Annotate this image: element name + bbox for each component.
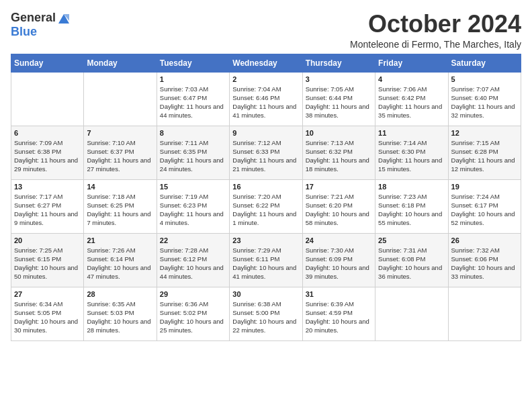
cell-day-number: 5 bbox=[451, 75, 518, 83]
calendar-cell: 5Sunrise: 7:07 AM Sunset: 6:40 PM Daylig… bbox=[448, 72, 521, 126]
cell-info: Sunrise: 7:25 AM Sunset: 6:15 PM Dayligh… bbox=[14, 246, 81, 281]
cell-info: Sunrise: 7:03 AM Sunset: 6:47 PM Dayligh… bbox=[160, 85, 226, 120]
day-header-tuesday: Tuesday bbox=[157, 54, 229, 72]
cell-info: Sunrise: 7:07 AM Sunset: 6:40 PM Dayligh… bbox=[451, 85, 518, 120]
cell-info: Sunrise: 7:09 AM Sunset: 6:38 PM Dayligh… bbox=[14, 138, 81, 174]
calendar-cell: 11Sunrise: 7:14 AM Sunset: 6:30 PM Dayli… bbox=[375, 126, 448, 179]
calendar-cell: 15Sunrise: 7:19 AM Sunset: 6:23 PM Dayli… bbox=[157, 179, 229, 233]
calendar-cell: 6Sunrise: 7:09 AM Sunset: 6:38 PM Daylig… bbox=[11, 126, 84, 179]
calendar-cell: 20Sunrise: 7:25 AM Sunset: 6:15 PM Dayli… bbox=[11, 233, 84, 287]
calendar-cell bbox=[84, 72, 157, 126]
cell-info: Sunrise: 7:04 AM Sunset: 6:46 PM Dayligh… bbox=[232, 85, 299, 120]
cell-day-number: 2 bbox=[232, 75, 299, 83]
month-title: October 2024 bbox=[350, 11, 521, 38]
day-header-thursday: Thursday bbox=[302, 54, 375, 72]
calendar-cell: 3Sunrise: 7:05 AM Sunset: 6:44 PM Daylig… bbox=[302, 72, 375, 126]
cell-day-number: 10 bbox=[306, 129, 372, 137]
cell-info: Sunrise: 6:35 AM Sunset: 5:03 PM Dayligh… bbox=[87, 300, 153, 335]
cell-info: Sunrise: 7:15 AM Sunset: 6:28 PM Dayligh… bbox=[451, 138, 518, 174]
week-row-4: 20Sunrise: 7:25 AM Sunset: 6:15 PM Dayli… bbox=[11, 233, 521, 287]
title-section: October 2024 Monteleone di Fermo, The Ma… bbox=[350, 11, 521, 50]
cell-info: Sunrise: 7:12 AM Sunset: 6:33 PM Dayligh… bbox=[232, 138, 299, 174]
cell-info: Sunrise: 7:32 AM Sunset: 6:06 PM Dayligh… bbox=[451, 246, 518, 281]
calendar-cell: 22Sunrise: 7:28 AM Sunset: 6:12 PM Dayli… bbox=[157, 233, 229, 287]
calendar-cell bbox=[11, 72, 84, 126]
cell-day-number: 24 bbox=[306, 236, 372, 244]
calendar-cell: 7Sunrise: 7:10 AM Sunset: 6:37 PM Daylig… bbox=[84, 126, 157, 179]
week-row-3: 13Sunrise: 7:17 AM Sunset: 6:27 PM Dayli… bbox=[11, 179, 521, 233]
calendar-cell: 8Sunrise: 7:11 AM Sunset: 6:35 PM Daylig… bbox=[157, 126, 229, 179]
cell-day-number: 9 bbox=[232, 129, 299, 137]
logo-general: General bbox=[11, 11, 56, 25]
cell-day-number: 7 bbox=[87, 129, 153, 137]
week-row-2: 6Sunrise: 7:09 AM Sunset: 6:38 PM Daylig… bbox=[11, 126, 521, 179]
calendar-cell: 25Sunrise: 7:31 AM Sunset: 6:08 PM Dayli… bbox=[375, 233, 448, 287]
calendar-cell: 18Sunrise: 7:23 AM Sunset: 6:18 PM Dayli… bbox=[375, 179, 448, 233]
cell-day-number: 3 bbox=[306, 75, 372, 83]
cell-info: Sunrise: 7:10 AM Sunset: 6:37 PM Dayligh… bbox=[87, 138, 153, 174]
day-header-wednesday: Wednesday bbox=[230, 54, 302, 72]
cell-info: Sunrise: 7:31 AM Sunset: 6:08 PM Dayligh… bbox=[378, 246, 445, 281]
calendar-cell: 4Sunrise: 7:06 AM Sunset: 6:42 PM Daylig… bbox=[375, 72, 448, 126]
cell-info: Sunrise: 7:29 AM Sunset: 6:11 PM Dayligh… bbox=[232, 246, 299, 281]
calendar-cell: 27Sunrise: 6:34 AM Sunset: 5:05 PM Dayli… bbox=[11, 287, 84, 340]
calendar-cell: 2Sunrise: 7:04 AM Sunset: 6:46 PM Daylig… bbox=[230, 72, 302, 126]
cell-day-number: 4 bbox=[378, 75, 445, 83]
calendar-cell: 9Sunrise: 7:12 AM Sunset: 6:33 PM Daylig… bbox=[230, 126, 302, 179]
cell-info: Sunrise: 7:23 AM Sunset: 6:18 PM Dayligh… bbox=[378, 192, 445, 228]
day-header-monday: Monday bbox=[84, 54, 157, 72]
cell-day-number: 25 bbox=[378, 236, 445, 244]
cell-info: Sunrise: 7:24 AM Sunset: 6:17 PM Dayligh… bbox=[451, 192, 518, 228]
calendar-cell: 12Sunrise: 7:15 AM Sunset: 6:28 PM Dayli… bbox=[448, 126, 521, 179]
cell-day-number: 19 bbox=[451, 183, 518, 191]
cell-info: Sunrise: 7:26 AM Sunset: 6:14 PM Dayligh… bbox=[87, 246, 153, 281]
day-header-friday: Friday bbox=[375, 54, 448, 72]
calendar-cell: 16Sunrise: 7:20 AM Sunset: 6:22 PM Dayli… bbox=[230, 179, 302, 233]
cell-info: Sunrise: 7:19 AM Sunset: 6:23 PM Dayligh… bbox=[160, 192, 226, 228]
location-subtitle: Monteleone di Fermo, The Marches, Italy bbox=[350, 39, 521, 50]
day-header-saturday: Saturday bbox=[448, 54, 521, 72]
calendar-cell: 21Sunrise: 7:26 AM Sunset: 6:14 PM Dayli… bbox=[84, 233, 157, 287]
cell-day-number: 8 bbox=[160, 129, 226, 137]
cell-info: Sunrise: 6:34 AM Sunset: 5:05 PM Dayligh… bbox=[14, 300, 81, 335]
cell-day-number: 22 bbox=[160, 236, 226, 244]
cell-info: Sunrise: 7:18 AM Sunset: 6:25 PM Dayligh… bbox=[87, 192, 153, 228]
calendar-cell bbox=[448, 287, 521, 340]
calendar-cell: 1Sunrise: 7:03 AM Sunset: 6:47 PM Daylig… bbox=[157, 72, 229, 126]
calendar-cell: 31Sunrise: 6:39 AM Sunset: 4:59 PM Dayli… bbox=[302, 287, 375, 340]
calendar-cell: 24Sunrise: 7:30 AM Sunset: 6:09 PM Dayli… bbox=[302, 233, 375, 287]
cell-day-number: 1 bbox=[160, 75, 226, 83]
calendar-table: SundayMondayTuesdayWednesdayThursdayFrid… bbox=[11, 54, 521, 341]
logo: General Blue bbox=[11, 11, 71, 39]
cell-day-number: 26 bbox=[451, 236, 518, 244]
cell-day-number: 27 bbox=[14, 290, 81, 298]
cell-day-number: 30 bbox=[232, 290, 299, 298]
logo-blue: Blue bbox=[11, 25, 37, 38]
calendar-cell: 29Sunrise: 6:36 AM Sunset: 5:02 PM Dayli… bbox=[157, 287, 229, 340]
cell-day-number: 11 bbox=[378, 129, 445, 137]
cell-info: Sunrise: 7:06 AM Sunset: 6:42 PM Dayligh… bbox=[378, 85, 445, 120]
cell-info: Sunrise: 6:39 AM Sunset: 4:59 PM Dayligh… bbox=[306, 300, 372, 335]
header-row: SundayMondayTuesdayWednesdayThursdayFrid… bbox=[11, 54, 521, 72]
cell-day-number: 29 bbox=[160, 290, 226, 298]
calendar-cell: 26Sunrise: 7:32 AM Sunset: 6:06 PM Dayli… bbox=[448, 233, 521, 287]
cell-info: Sunrise: 7:14 AM Sunset: 6:30 PM Dayligh… bbox=[378, 138, 445, 174]
calendar-cell: 14Sunrise: 7:18 AM Sunset: 6:25 PM Dayli… bbox=[84, 179, 157, 233]
cell-info: Sunrise: 7:28 AM Sunset: 6:12 PM Dayligh… bbox=[160, 246, 226, 281]
cell-info: Sunrise: 7:20 AM Sunset: 6:22 PM Dayligh… bbox=[232, 192, 299, 228]
header: General Blue October 2024 Monteleone di … bbox=[11, 11, 521, 50]
cell-info: Sunrise: 7:21 AM Sunset: 6:20 PM Dayligh… bbox=[306, 192, 372, 228]
week-row-1: 1Sunrise: 7:03 AM Sunset: 6:47 PM Daylig… bbox=[11, 72, 521, 126]
cell-day-number: 28 bbox=[87, 290, 153, 298]
cell-info: Sunrise: 7:17 AM Sunset: 6:27 PM Dayligh… bbox=[14, 192, 81, 228]
calendar-cell: 30Sunrise: 6:38 AM Sunset: 5:00 PM Dayli… bbox=[230, 287, 302, 340]
calendar-cell: 10Sunrise: 7:13 AM Sunset: 6:32 PM Dayli… bbox=[302, 126, 375, 179]
cell-day-number: 12 bbox=[451, 129, 518, 137]
logo-icon bbox=[57, 11, 71, 25]
cell-day-number: 20 bbox=[14, 236, 81, 244]
calendar-cell: 19Sunrise: 7:24 AM Sunset: 6:17 PM Dayli… bbox=[448, 179, 521, 233]
cell-day-number: 6 bbox=[14, 129, 81, 137]
cell-day-number: 23 bbox=[232, 236, 299, 244]
cell-day-number: 18 bbox=[378, 183, 445, 191]
cell-info: Sunrise: 7:11 AM Sunset: 6:35 PM Dayligh… bbox=[160, 138, 226, 174]
